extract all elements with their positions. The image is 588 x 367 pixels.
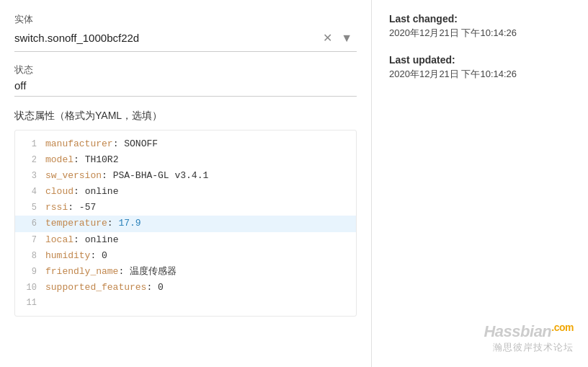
line-content: friendly_name: 温度传感器 bbox=[45, 264, 177, 280]
yaml-colon: : bbox=[68, 202, 74, 213]
last-changed-value: 2020年12月21日 下午10:14:26 bbox=[389, 27, 571, 40]
yaml-key: friendly_name bbox=[45, 266, 118, 277]
yaml-value: 0 bbox=[152, 282, 164, 293]
code-line: 11 bbox=[15, 296, 356, 310]
brand-text: Hassbian bbox=[484, 322, 551, 340]
line-content: rssi: -57 bbox=[45, 200, 96, 216]
attr-label: 状态属性（格式为YAML，选填） bbox=[14, 110, 357, 123]
code-line: 5rssi: -57 bbox=[15, 200, 356, 216]
line-number: 5 bbox=[21, 200, 37, 215]
yaml-colon: : bbox=[102, 170, 107, 181]
line-number: 4 bbox=[21, 185, 37, 199]
yaml-value: 温度传感器 bbox=[124, 266, 177, 277]
code-line: 2model: TH10R2 bbox=[15, 152, 356, 168]
line-number: 2 bbox=[21, 153, 37, 167]
code-line: 1manufacturer: SONOFF bbox=[15, 136, 356, 152]
entity-value: switch.sonoff_1000bcf22d bbox=[14, 29, 318, 47]
yaml-code-block: 1manufacturer: SONOFF2model: TH10R23sw_v… bbox=[14, 130, 357, 317]
watermark-brand: Hassbian.com bbox=[484, 322, 574, 341]
yaml-value: 0 bbox=[96, 250, 107, 261]
yaml-colon: : bbox=[107, 218, 113, 229]
code-line: 10supported_features: 0 bbox=[15, 280, 356, 296]
last-updated-value: 2020年12月21日 下午10:14:26 bbox=[389, 68, 571, 81]
yaml-key: supported_features bbox=[45, 282, 146, 293]
state-value: off bbox=[14, 79, 357, 97]
yaml-key: rssi bbox=[45, 202, 68, 213]
yaml-value: PSA-BHA-GL v3.4.1 bbox=[107, 170, 208, 181]
line-content: temperature: 17.9 bbox=[45, 216, 141, 231]
yaml-value: TH10R2 bbox=[79, 154, 119, 165]
code-line: 9friendly_name: 温度传感器 bbox=[15, 264, 356, 280]
entity-label: 实体 bbox=[14, 13, 357, 26]
yaml-key: local bbox=[45, 234, 74, 245]
yaml-key: model bbox=[45, 154, 74, 165]
yaml-value: 17.9 bbox=[113, 218, 141, 229]
code-line: 8humidity: 0 bbox=[15, 248, 356, 264]
watermark: Hassbian.com 瀚思彼岸技术论坛 bbox=[484, 322, 574, 354]
last-updated-section: Last updated: 2020年12月21日 下午10:14:26 bbox=[389, 54, 571, 81]
yaml-value: online bbox=[79, 234, 119, 245]
state-label: 状态 bbox=[14, 63, 357, 76]
code-line: 6temperature: 17.9 bbox=[15, 216, 356, 231]
line-number: 6 bbox=[21, 216, 37, 231]
yaml-value: -57 bbox=[74, 202, 96, 213]
right-panel: Last changed: 2020年12月21日 下午10:14:26 Las… bbox=[372, 0, 588, 367]
code-line: 7local: online bbox=[15, 232, 356, 248]
yaml-key: manufacturer bbox=[45, 138, 113, 149]
line-content: model: TH10R2 bbox=[45, 152, 118, 168]
line-number: 8 bbox=[21, 249, 37, 263]
yaml-colon: : bbox=[74, 186, 79, 197]
line-number: 1 bbox=[21, 137, 37, 151]
brand-com: .com bbox=[551, 322, 574, 333]
yaml-key: cloud bbox=[45, 186, 74, 197]
yaml-key: humidity bbox=[45, 250, 90, 261]
line-content: local: online bbox=[45, 232, 118, 248]
clear-icon[interactable]: ✕ bbox=[318, 30, 337, 46]
yaml-key: sw_version bbox=[45, 170, 102, 181]
left-panel: 实体 switch.sonoff_1000bcf22d ✕ ▼ 状态 off 状… bbox=[0, 0, 372, 367]
entity-row: switch.sonoff_1000bcf22d ✕ ▼ bbox=[14, 29, 357, 52]
yaml-value: SONOFF bbox=[118, 138, 158, 149]
line-content: supported_features: 0 bbox=[45, 280, 164, 296]
yaml-colon: : bbox=[74, 154, 79, 165]
dropdown-icon[interactable]: ▼ bbox=[337, 30, 357, 46]
yaml-value: online bbox=[79, 186, 119, 197]
last-changed-label: Last changed: bbox=[389, 13, 571, 25]
line-number: 11 bbox=[21, 296, 37, 310]
yaml-key: temperature bbox=[45, 218, 107, 229]
line-content: sw_version: PSA-BHA-GL v3.4.1 bbox=[45, 168, 208, 184]
code-line: 3sw_version: PSA-BHA-GL v3.4.1 bbox=[15, 168, 356, 184]
line-number: 7 bbox=[21, 233, 37, 247]
line-number: 9 bbox=[21, 265, 37, 279]
line-content: humidity: 0 bbox=[45, 248, 107, 264]
line-number: 10 bbox=[21, 280, 37, 295]
line-content: manufacturer: SONOFF bbox=[45, 136, 158, 152]
line-number: 3 bbox=[21, 169, 37, 183]
last-changed-section: Last changed: 2020年12月21日 下午10:14:26 bbox=[389, 13, 571, 40]
last-updated-label: Last updated: bbox=[389, 54, 571, 66]
yaml-colon: : bbox=[74, 234, 79, 245]
watermark-subtitle: 瀚思彼岸技术论坛 bbox=[484, 341, 574, 354]
line-content: cloud: online bbox=[45, 184, 118, 200]
code-line: 4cloud: online bbox=[15, 184, 356, 200]
